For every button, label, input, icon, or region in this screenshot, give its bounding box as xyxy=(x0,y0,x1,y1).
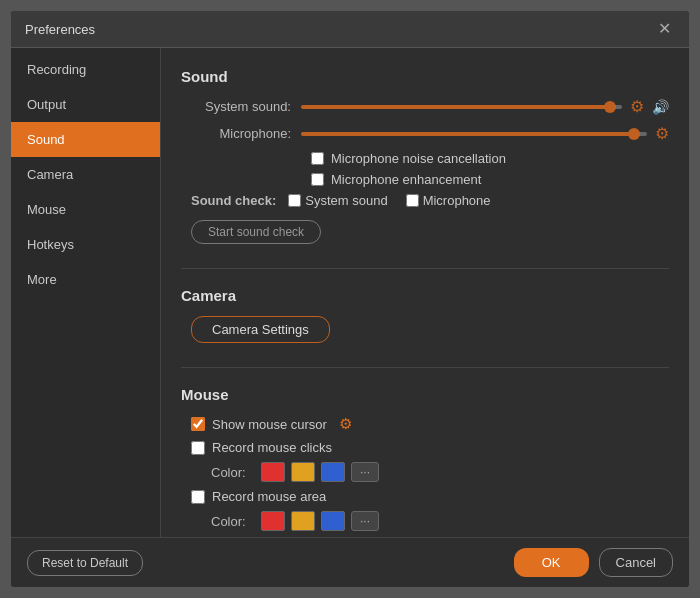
divider-1 xyxy=(181,268,669,269)
microphone-slider[interactable] xyxy=(301,132,647,136)
system-sound-slider[interactable] xyxy=(301,105,622,109)
record-area-row: Record mouse area xyxy=(191,489,669,504)
ok-button[interactable]: OK xyxy=(514,548,589,577)
show-cursor-gear-icon[interactable]: ⚙ xyxy=(339,415,352,433)
clicks-color-more-button[interactable]: ··· xyxy=(351,462,379,482)
sound-section: Sound System sound: ⚙ 🔊 Microphone: ⚙ xyxy=(181,64,669,254)
show-cursor-label: Show mouse cursor xyxy=(212,417,327,432)
start-sound-check-wrap: Start sound check xyxy=(181,216,669,254)
sidebar-item-output[interactable]: Output xyxy=(11,87,160,122)
area-color-blue[interactable] xyxy=(321,511,345,531)
sidebar-item-mouse[interactable]: Mouse xyxy=(11,192,160,227)
enhancement-checkbox[interactable] xyxy=(311,173,324,186)
close-button[interactable]: ✕ xyxy=(654,19,675,39)
sound-check-system-checkbox[interactable] xyxy=(288,194,301,207)
dialog-body: Recording Output Sound Camera Mouse Hotk… xyxy=(11,48,689,537)
sound-check-system-option: System sound xyxy=(288,193,387,208)
noise-cancellation-checkbox[interactable] xyxy=(311,152,324,165)
title-bar: Preferences ✕ xyxy=(11,11,689,48)
sidebar-item-more[interactable]: More xyxy=(11,262,160,297)
area-color-red[interactable] xyxy=(261,511,285,531)
dialog-title: Preferences xyxy=(25,22,95,37)
clicks-color-blue[interactable] xyxy=(321,462,345,482)
clicks-color-orange[interactable] xyxy=(291,462,315,482)
sidebar-item-recording[interactable]: Recording xyxy=(11,52,160,87)
clicks-color-red[interactable] xyxy=(261,462,285,482)
sidebar: Recording Output Sound Camera Mouse Hotk… xyxy=(11,48,161,537)
start-sound-check-button[interactable]: Start sound check xyxy=(191,220,321,244)
sound-check-mic-option: Microphone xyxy=(406,193,491,208)
enhancement-row: Microphone enhancement xyxy=(311,172,669,187)
record-clicks-checkbox[interactable] xyxy=(191,441,205,455)
microphone-slider-wrap: ⚙ xyxy=(301,124,669,143)
system-sound-slider-wrap: ⚙ 🔊 xyxy=(301,97,669,116)
record-area-label: Record mouse area xyxy=(212,489,326,504)
area-color-more-button[interactable]: ··· xyxy=(351,511,379,531)
system-sound-label: System sound: xyxy=(181,99,301,114)
area-color-orange[interactable] xyxy=(291,511,315,531)
record-clicks-row: Record mouse clicks xyxy=(191,440,669,455)
cancel-button[interactable]: Cancel xyxy=(599,548,673,577)
noise-cancellation-row: Microphone noise cancellation xyxy=(311,151,669,166)
noise-cancellation-label: Microphone noise cancellation xyxy=(331,151,506,166)
record-area-checkbox[interactable] xyxy=(191,490,205,504)
sound-check-system-label: System sound xyxy=(305,193,387,208)
divider-2 xyxy=(181,367,669,368)
mouse-section-title: Mouse xyxy=(181,386,669,403)
camera-section: Camera Camera Settings xyxy=(181,283,669,353)
sidebar-item-sound[interactable]: Sound xyxy=(11,122,160,157)
speaker-icon[interactable]: 🔊 xyxy=(652,99,669,115)
system-sound-gear-icon[interactable]: ⚙ xyxy=(630,97,644,116)
sound-check-mic-checkbox[interactable] xyxy=(406,194,419,207)
area-color-row: Color: ··· xyxy=(211,511,669,531)
reset-button[interactable]: Reset to Default xyxy=(27,550,143,576)
enhancement-label: Microphone enhancement xyxy=(331,172,481,187)
main-content: Sound System sound: ⚙ 🔊 Microphone: ⚙ xyxy=(161,48,689,537)
microphone-gear-icon[interactable]: ⚙ xyxy=(655,124,669,143)
footer-right: OK Cancel xyxy=(514,548,673,577)
microphone-row: Microphone: ⚙ xyxy=(181,124,669,143)
camera-section-title: Camera xyxy=(181,287,669,304)
area-color-label: Color: xyxy=(211,514,251,529)
preferences-dialog: Preferences ✕ Recording Output Sound Cam… xyxy=(10,10,690,588)
camera-settings-button[interactable]: Camera Settings xyxy=(191,316,330,343)
sound-check-row: Sound check: System sound Microphone xyxy=(191,193,669,208)
sound-section-title: Sound xyxy=(181,68,669,85)
footer: Reset to Default OK Cancel xyxy=(11,537,689,587)
show-cursor-row: Show mouse cursor ⚙ xyxy=(191,415,669,433)
record-clicks-label: Record mouse clicks xyxy=(212,440,332,455)
show-cursor-checkbox[interactable] xyxy=(191,417,205,431)
microphone-label: Microphone: xyxy=(181,126,301,141)
clicks-color-label: Color: xyxy=(211,465,251,480)
sidebar-item-camera[interactable]: Camera xyxy=(11,157,160,192)
sound-check-mic-label: Microphone xyxy=(423,193,491,208)
system-sound-row: System sound: ⚙ 🔊 xyxy=(181,97,669,116)
clicks-color-row: Color: ··· xyxy=(211,462,669,482)
sidebar-item-hotkeys[interactable]: Hotkeys xyxy=(11,227,160,262)
sound-check-label: Sound check: xyxy=(191,193,276,208)
mouse-section: Mouse Show mouse cursor ⚙ Record mouse c… xyxy=(181,382,669,537)
